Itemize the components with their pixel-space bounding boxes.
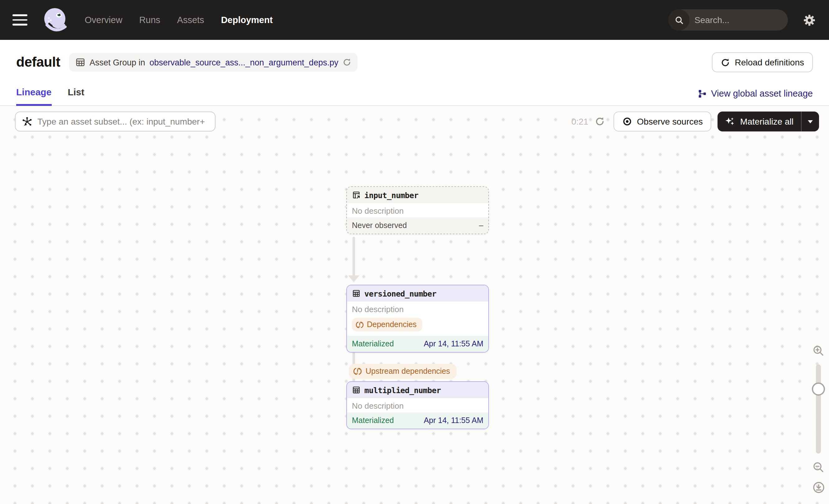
- asset-status: Never observed: [352, 221, 407, 230]
- asset-name: input_number: [364, 190, 418, 200]
- asset-group-file-link[interactable]: observable_source_ass..._non_argument_de…: [149, 58, 338, 67]
- materialize-all-label: Materialize all: [740, 116, 793, 127]
- zoom-slider-track[interactable]: [816, 364, 821, 454]
- dagster-logo[interactable]: [41, 6, 70, 34]
- upstream-dependencies-tag[interactable]: Upstream dependencies: [349, 364, 456, 379]
- tab-lineage[interactable]: Lineage: [16, 86, 51, 106]
- asset-description: No description: [347, 301, 488, 316]
- asset-graph-icon: [22, 116, 32, 127]
- lineage-canvas[interactable]: 0:21 Observe sources: [0, 106, 829, 504]
- chevron-down-icon: [808, 120, 813, 123]
- asset-name: multiplied_number: [364, 385, 441, 395]
- nav-link-runs[interactable]: Runs: [139, 15, 160, 25]
- table-icon: [352, 386, 361, 394]
- view-global-asset-lineage-link[interactable]: View global asset lineage: [697, 88, 813, 105]
- asset-status: Materialized: [352, 339, 394, 348]
- asset-status-timestamp: Apr 14, 11:55 AM: [424, 416, 483, 425]
- asset-group-icon: [75, 57, 85, 67]
- refresh-icon[interactable]: [343, 58, 351, 67]
- view-global-asset-lineage-label: View global asset lineage: [711, 88, 813, 99]
- refresh-timer: 0:21: [572, 116, 588, 127]
- asset-status: Materialized: [352, 416, 394, 425]
- download-graph-icon[interactable]: [812, 481, 825, 494]
- changed-icon: [356, 321, 364, 329]
- eye-icon: [622, 116, 632, 127]
- materialize-all-button[interactable]: Materialize all: [718, 111, 819, 132]
- zoom-in-icon[interactable]: [812, 345, 825, 357]
- changed-icon: [353, 367, 362, 376]
- materialize-options-caret[interactable]: [802, 111, 819, 132]
- lineage-graph-icon: [697, 89, 707, 98]
- asset-subset-filter[interactable]: [15, 111, 216, 132]
- nav-link-overview[interactable]: Overview: [85, 15, 122, 25]
- search-input[interactable]: [689, 15, 788, 25]
- graph-toolbar: 0:21 Observe sources: [15, 111, 819, 132]
- asset-status-timestamp: Apr 14, 11:55 AM: [424, 339, 483, 348]
- table-icon: [352, 289, 361, 298]
- tabs-row: Lineage List View global asset lineage: [0, 78, 829, 106]
- edge-input-to-versioned: [353, 237, 355, 277]
- tab-list[interactable]: List: [68, 86, 84, 106]
- page-header: default Asset Group in observable_source…: [0, 40, 829, 78]
- asset-subset-input[interactable]: [37, 116, 209, 127]
- edge-arrowhead: [348, 275, 359, 282]
- reload-definitions-label: Reload definitions: [735, 57, 804, 67]
- search-icon: [668, 9, 689, 31]
- top-nav: Overview Runs Assets Deployment /: [0, 0, 829, 40]
- nav-links: Overview Runs Assets Deployment: [85, 15, 273, 25]
- sparkle-icon: [725, 116, 735, 127]
- asset-status-value: –: [479, 221, 483, 230]
- zoom-out-icon[interactable]: [812, 461, 825, 473]
- asset-name: versioned_number: [364, 289, 436, 298]
- observe-sources-label: Observe sources: [637, 116, 703, 127]
- source-table-icon: [352, 191, 361, 200]
- upstream-dependencies-label: Upstream dependencies: [366, 367, 450, 376]
- page-title: default: [16, 54, 60, 70]
- gear-icon[interactable]: [798, 9, 820, 31]
- asset-description: No description: [347, 398, 488, 412]
- zoom-controls: [810, 345, 827, 494]
- graph-refresh-icon[interactable]: [594, 116, 605, 127]
- app-root: Overview Runs Assets Deployment /: [0, 0, 829, 504]
- dependencies-tag-label: Dependencies: [367, 320, 417, 329]
- reload-icon: [720, 58, 730, 67]
- nav-link-deployment[interactable]: Deployment: [221, 15, 273, 25]
- nav-link-assets[interactable]: Assets: [177, 15, 204, 25]
- observe-sources-button[interactable]: Observe sources: [613, 111, 712, 132]
- asset-node-multiplied-number[interactable]: multiplied_number No description Materia…: [346, 381, 489, 429]
- zoom-slider-handle[interactable]: [812, 383, 825, 396]
- asset-node-input-number[interactable]: input_number No description Never observ…: [346, 186, 489, 234]
- global-search[interactable]: /: [668, 9, 788, 31]
- asset-node-versioned-number[interactable]: versioned_number No description Dependen…: [346, 285, 489, 353]
- asset-group-context-pill: Asset Group in observable_source_ass..._…: [69, 53, 358, 72]
- asset-description: No description: [347, 203, 488, 217]
- reload-definitions-button[interactable]: Reload definitions: [712, 52, 813, 72]
- hamburger-menu-icon[interactable]: [12, 9, 34, 31]
- asset-group-prefix: Asset Group in: [89, 58, 145, 67]
- dependencies-warning-tag[interactable]: Dependencies: [352, 318, 422, 331]
